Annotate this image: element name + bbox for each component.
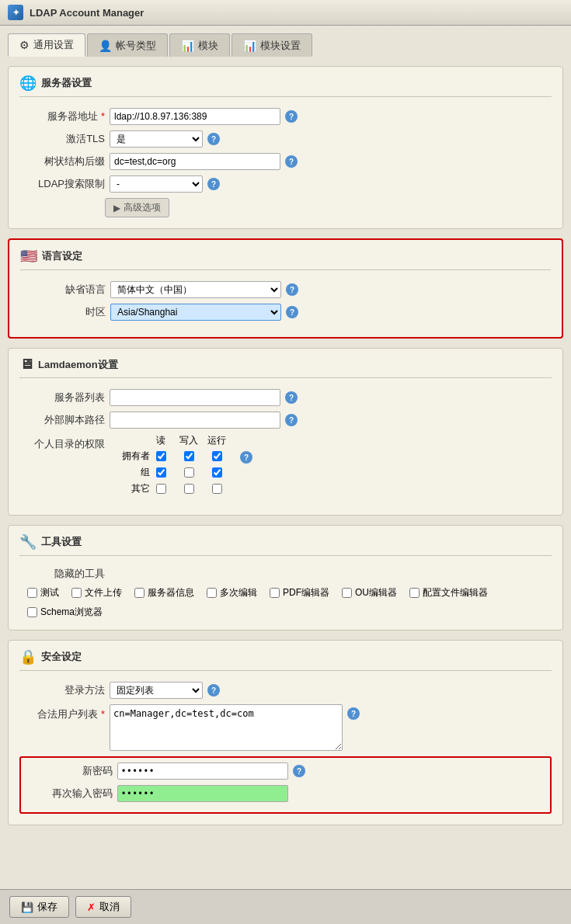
bottom-bar: 💾 保存 ✗ 取消 (0, 889, 571, 924)
valid-users-textarea[interactable]: cn=Manager,dc=test,dc=com (110, 704, 343, 751)
server-list-input[interactable] (110, 389, 280, 406)
default-lang-help[interactable]: ? (286, 283, 298, 296)
tool-multi-edit[interactable]: 多次编辑 (207, 586, 257, 599)
general-tab-icon: ⚙ (19, 39, 30, 51)
perm-owner-read[interactable] (156, 451, 166, 461)
timezone-label: 时区 (20, 305, 106, 319)
app-icon: ✦ (8, 5, 23, 20)
server-settings-title: 🌐 服务器设置 (19, 75, 552, 97)
perm-group-row: 组 (110, 466, 228, 479)
valid-users-label: 合法用户列表 (19, 704, 105, 721)
perm-other-read[interactable] (156, 484, 166, 494)
activate-tls-select[interactable]: 是 否 (110, 130, 203, 148)
tool-pdf-editor-checkbox[interactable] (270, 588, 280, 598)
perm-other-exec[interactable] (212, 484, 222, 494)
ldap-search-limit-row: LDAP搜索限制 - ? (19, 175, 552, 193)
confirm-password-row: 再次输入密码 (27, 785, 544, 802)
tab-account-type[interactable]: 👤 帐号类型 (87, 33, 168, 57)
language-settings-title: 🇺🇸 语言设定 (20, 248, 551, 270)
module-settings-tab-icon: 📊 (243, 40, 256, 52)
perm-group-exec[interactable] (212, 467, 222, 478)
perm-group-checkboxes (150, 467, 228, 478)
server-address-label: 服务器地址 (19, 109, 105, 123)
tools-settings-title: 🔧 工具设置 (19, 533, 552, 556)
default-lang-label: 缺省语言 (20, 283, 106, 297)
advanced-options-button[interactable]: ▶ 高级选项 (105, 198, 169, 217)
modules-tab-icon: 📊 (181, 40, 194, 52)
default-lang-select[interactable]: 简体中文（中国） (110, 281, 281, 298)
tools-list: 测试 文件上传 服务器信息 多次编辑 (27, 586, 552, 619)
script-path-input[interactable] (110, 412, 280, 429)
script-path-help[interactable]: ? (285, 414, 298, 426)
lamdaemon-settings-title: 🖥 Lamdaemon设置 (19, 356, 552, 378)
perm-group-write[interactable] (184, 467, 194, 478)
server-icon: 🌐 (19, 75, 37, 92)
tool-test-checkbox[interactable] (27, 588, 37, 598)
permissions-help[interactable]: ? (240, 451, 252, 464)
server-address-help[interactable]: ? (285, 110, 298, 123)
tool-multi-edit-checkbox[interactable] (207, 588, 217, 598)
tab-general[interactable]: ⚙ 通用设置 (8, 33, 85, 57)
perm-group-read[interactable] (156, 467, 166, 478)
tree-suffix-input[interactable] (110, 153, 280, 170)
server-address-input[interactable] (110, 108, 280, 125)
new-password-input[interactable] (117, 762, 288, 780)
tool-server-info-checkbox[interactable] (134, 588, 144, 598)
tool-config-editor[interactable]: 配置文件编辑器 (409, 586, 488, 599)
perm-owner-label: 拥有者 (110, 450, 150, 463)
tree-suffix-row: 树状结构后缀 ? (19, 153, 552, 170)
server-address-row: 服务器地址 ? (19, 108, 552, 125)
tool-ou-editor-checkbox[interactable] (342, 588, 352, 598)
perm-other-checkboxes (150, 484, 228, 494)
security-settings-title: 🔒 安全设定 (19, 648, 552, 671)
server-list-label: 服务器列表 (19, 391, 105, 405)
main-content: ⚙ 通用设置 👤 帐号类型 📊 模块 📊 模块设置 🌐 服务器设置 (0, 26, 571, 919)
activate-tls-help[interactable]: ? (207, 133, 220, 145)
server-list-help[interactable]: ? (285, 391, 298, 404)
save-button[interactable]: 💾 保存 (9, 896, 69, 918)
language-settings-section: 🇺🇸 语言设定 缺省语言 简体中文（中国） ? 时区 Asia/Shanghai (8, 238, 563, 339)
timezone-help[interactable]: ? (286, 306, 298, 318)
tree-suffix-help[interactable]: ? (285, 155, 298, 168)
perm-group-label: 组 (110, 466, 150, 479)
ldap-search-limit-help[interactable]: ? (207, 178, 220, 190)
language-icon: 🇺🇸 (20, 248, 37, 265)
cancel-button[interactable]: ✗ 取消 (75, 896, 131, 918)
tool-test[interactable]: 测试 (27, 586, 59, 599)
hidden-tools-label: 隐藏的工具 (19, 567, 105, 581)
tool-file-upload[interactable]: 文件上传 (71, 586, 122, 599)
script-path-label: 外部脚本路径 (19, 413, 105, 427)
tool-server-info[interactable]: 服务器信息 (134, 586, 194, 599)
tab-module-settings[interactable]: 📊 模块设置 (232, 33, 312, 57)
tool-ou-editor[interactable]: OU编辑器 (342, 586, 397, 599)
app-title: LDAP Account Manager (30, 7, 144, 19)
tab-modules[interactable]: 📊 模块 (169, 33, 230, 57)
lamdaemon-icon: 🖥 (19, 356, 33, 373)
perm-other-write[interactable] (184, 484, 194, 494)
new-password-help[interactable]: ? (293, 765, 305, 777)
tools-settings-section: 🔧 工具设置 隐藏的工具 测试 文件上传 (8, 525, 563, 630)
perm-header-row: 读 写入 运行 (150, 434, 228, 447)
perm-owner-write[interactable] (184, 451, 194, 461)
tool-config-editor-checkbox[interactable] (409, 588, 420, 598)
perm-owner-exec[interactable] (212, 451, 222, 461)
script-path-row: 外部脚本路径 ? (19, 412, 552, 429)
perm-header-exec: 运行 (206, 434, 228, 447)
perm-other-label: 其它 (110, 482, 150, 495)
tool-file-upload-checkbox[interactable] (71, 588, 82, 598)
tab-module-settings-label: 模块设置 (260, 39, 301, 53)
ldap-search-limit-select[interactable]: - (110, 175, 203, 193)
permissions-row: 个人目录的权限 读 写入 运行 拥有者 (19, 434, 552, 498)
valid-users-help[interactable]: ? (347, 707, 360, 720)
perm-owner-checkboxes (150, 451, 228, 461)
tool-schema-browser[interactable]: Schema浏览器 (27, 606, 103, 619)
new-password-row: 新密码 ? (27, 762, 544, 780)
password-section: 新密码 ? 再次输入密码 (19, 756, 552, 814)
login-method-help[interactable]: ? (207, 684, 220, 696)
confirm-password-input[interactable] (117, 785, 288, 802)
timezone-select[interactable]: Asia/Shanghai (110, 304, 281, 321)
tool-schema-browser-checkbox[interactable] (27, 607, 37, 617)
login-method-select[interactable]: 固定列表 (110, 682, 203, 699)
lamdaemon-settings-section: 🖥 Lamdaemon设置 服务器列表 ? 外部脚本路径 ? 个人目录的权限 (8, 348, 563, 516)
tool-pdf-editor[interactable]: PDF编辑器 (270, 586, 329, 599)
